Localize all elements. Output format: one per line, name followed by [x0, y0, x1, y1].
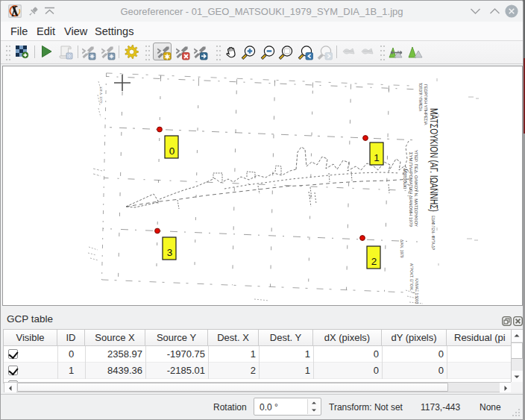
- svg-text:ΔΙΑΝ. 1979: ΔΙΑΝ. 1979: [400, 239, 403, 258]
- svg-text:ΜΑΤΣΟΥΚΙΟΝ (ΑΓ. ΙΩΑΝΝΗΣ): ΜΑΤΣΟΥΚΙΟΝ (ΑΓ. ΙΩΑΝΝΗΣ): [428, 108, 441, 212]
- svg-text:ΤΟΠΟΓΡ. ΥΠΗΡΕΣΙΑ: ΤΟΠΟΓΡ. ΥΠΗΡΕΣΙΑ: [418, 83, 423, 111]
- svg-text:ΑΓΡΟΚΤ. ΕΠΟΙΚ.: ΑΓΡΟΚΤ. ΕΠΟΙΚ.: [409, 263, 413, 291]
- svg-text:3: 3: [167, 247, 173, 258]
- svg-text:ΣΥΜ.ΠΛΗΡΩΜΑΤΙΚΗ ΔΙΑΝΟΜΗ 1979: ΣΥΜ.ΠΛΗΡΩΜΑΤΙΚΗ ΔΙΑΝΟΜΗ 1979: [409, 152, 413, 228]
- svg-text:Χ.Ε.Δ. 1979: Χ.Ε.Δ. 1979: [99, 87, 103, 104]
- svg-text:ΚΛΙΜΑΞ 1:5000: ΚΛΙΜΑΞ 1:5000: [415, 278, 418, 304]
- svg-text:ΕΔΑΦ.ΓΩΝ.- ΦΥΤΑ.ΔΡ: ΕΔΑΦ.ΓΩΝ.- ΦΥΤΑ.ΔΡ: [431, 216, 436, 250]
- svg-text:1: 1: [374, 152, 380, 163]
- svg-text:ΥΠΕΡ. ΠΕΔ. ΟΛΙΚΟΥ Ν. ΜΑΤΣΟΥΚΙΟ: ΥΠΕΡ. ΠΕΔ. ΟΛΙΚΟΥ Ν. ΜΑΤΣΟΥΚΙΟΥ: [414, 150, 418, 227]
- svg-text:ΓΕΩΡΓΙΚΗ ΥΠΗΡΕΣΙΑ: ΓΕΩΡΓΙΚΗ ΥΠΗΡΕΣΙΑ: [424, 84, 428, 125]
- svg-text:Ματσούκι: Ματσούκι: [403, 169, 408, 189]
- svg-text:0: 0: [169, 145, 175, 157]
- svg-text:2: 2: [371, 256, 377, 267]
